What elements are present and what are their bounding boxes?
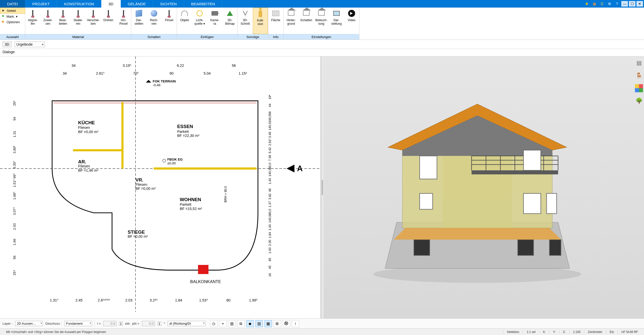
layers-icon[interactable]: ▤	[635, 59, 643, 67]
group-label-einfuegen: Einfügen	[177, 34, 237, 40]
tool-icon-3[interactable]: ☰	[599, 1, 605, 7]
ribbon-btn-schatten-2[interactable]: Pinsel	[162, 8, 177, 34]
ribbon-btn-label: Video	[348, 19, 355, 22]
geschoss-dropdown[interactable]: Fundament	[64, 321, 92, 326]
palette-icon[interactable]	[635, 84, 643, 92]
target-icon[interactable]: ⌖	[219, 320, 227, 327]
clock-icon[interactable]: ◷	[210, 320, 218, 327]
length-spinner[interactable]: ▲▼	[119, 322, 123, 326]
ribbon-btn-material-3[interactable]: Skalie-ren	[71, 8, 86, 34]
maximize-icon[interactable]: ☐	[629, 1, 635, 7]
ribbon-btn-material-1[interactable]: Zuwei-sen	[40, 8, 55, 34]
menu-tab-3d[interactable]: 3D	[101, 0, 120, 8]
ribbon-btn-material-4[interactable]: Verschie-ben	[86, 8, 101, 34]
direction-dropdown[interactable]: dl (Richtung/Di	[168, 321, 205, 326]
ribbon-btn-label: Rech-	[150, 19, 158, 22]
svg-text:BF =0,00 m²: BF =0,00 m²	[136, 187, 156, 191]
ribbon-btn-info-0[interactable]: Fläche	[268, 8, 283, 34]
ribbon-btn-schatten-0[interactable]: Dar-stellen	[131, 8, 146, 34]
menu-tab-datei[interactable]: DATEI	[0, 0, 25, 8]
ico-screen-icon	[332, 9, 341, 18]
terrain-dropdown[interactable]: Urgelände	[15, 42, 45, 47]
svg-rect-107	[524, 150, 541, 170]
snap3-icon[interactable]: ▦	[264, 320, 272, 327]
select-tool[interactable]: ➤ Selekt	[0, 8, 25, 14]
phi-spinner[interactable]: ▲▼	[158, 322, 161, 326]
svg-text:3.19⁵: 3.19⁵	[123, 64, 131, 68]
svg-text:9.42: 9.42	[268, 147, 272, 153]
ribbon-btn-einfuegen-0[interactable]: Objekt	[177, 8, 192, 34]
info-icon[interactable]: i	[292, 320, 299, 327]
mark-tool[interactable]: ⚑ Mark. ▾	[0, 14, 25, 19]
ribbon-btn-einfuegen-2[interactable]: Kame-ra	[207, 8, 222, 34]
flag-icon: ⚑	[2, 14, 6, 18]
ribbon-btn-einstellungen-4[interactable]: Video	[344, 8, 359, 34]
svg-text:1.84: 1.84	[175, 298, 182, 302]
snap1-icon[interactable]: ◆	[246, 320, 254, 327]
status-hint: Mit <Umschalt> und <Strg> können Sie die…	[3, 330, 110, 334]
status-scale: 1:100	[569, 330, 584, 334]
pane-splitter[interactable]	[321, 56, 324, 318]
phi-input[interactable]	[142, 321, 155, 326]
menu-tab-gelaende[interactable]: GELÄNDE	[121, 0, 153, 8]
snap2-icon[interactable]: ▧	[255, 320, 263, 327]
svg-text:BALKONKANTE: BALKONKANTE	[190, 279, 221, 284]
ribbon-btn-label2: quelle ▾	[194, 22, 205, 26]
ribbon-btn-einstellungen-3[interactable]: Dar-stellung	[329, 8, 344, 34]
ribbon-btn-material-0[interactable]: Abgrei-fen	[25, 8, 40, 34]
stack-icon[interactable]: ▥	[228, 320, 236, 327]
geschoss-label: Geschoss :	[45, 322, 62, 325]
options-tool[interactable]: ✚ Optionen	[0, 19, 25, 25]
gear-icon[interactable]: ⚙	[606, 1, 613, 7]
svg-text:34: 34	[72, 64, 76, 68]
svg-text:2.81⁵: 2.81⁵	[268, 138, 272, 146]
svg-text:Fliesen: Fliesen	[78, 164, 90, 168]
minimize-icon[interactable]: —	[621, 1, 628, 7]
svg-text:190,0: 190,0	[268, 115, 272, 123]
layer-dropdown[interactable]: 2D Aussen…	[15, 321, 43, 326]
ribbon-btn-label: Beleuch-	[315, 19, 327, 22]
layers2-icon[interactable]: ⧉	[237, 320, 245, 327]
ribbon-btn-einstellungen-2[interactable]: Beleuch-tung	[314, 8, 329, 34]
ribbon-group-info: Fläche Info	[268, 8, 284, 40]
svg-text:80: 80	[226, 298, 230, 302]
floorplan-viewport[interactable]: KÜCHE ESSEN AR. VR. WOHNEN STIEGE Fliese…	[0, 56, 321, 318]
main-split: KÜCHE ESSEN AR. VR. WOHNEN STIEGE Fliese…	[0, 56, 644, 318]
tool-icon-2[interactable]: ▦	[591, 1, 598, 7]
ribbon-group-schatten: Dar-stellenRech-nenPinsel Schatten	[131, 8, 177, 40]
snap-icons: ◷ ⌖ ▥ ⧉ ◆ ▧ ▦ ⊞ Ⓝ i	[210, 320, 299, 327]
ico-house-icon	[287, 9, 295, 18]
window-controls: ✖ ▦ ☰ ⚙ ? — ☐ ✕	[584, 0, 644, 8]
svg-text:94: 94	[13, 117, 16, 120]
svg-text:1.84: 1.84	[268, 232, 272, 238]
3d-viewport[interactable]: ▤ 🪑 🌳	[324, 56, 644, 318]
mode-indicator: 3D	[3, 42, 12, 47]
length-input[interactable]	[103, 321, 116, 326]
ribbon-btn-material-6[interactable]: Hin.Pinsel	[116, 8, 131, 34]
tool-icon-1[interactable]: ✖	[584, 1, 590, 7]
ribbon-btn-sonstige-0[interactable]: 3D-Schnitt	[238, 8, 253, 34]
menu-tab-projekt[interactable]: PROJEKT	[25, 0, 57, 8]
north-icon[interactable]: Ⓝ	[283, 320, 290, 327]
menu-tab-konstruktion[interactable]: KONSTRUKTION	[57, 0, 101, 8]
ribbon-btn-einfuegen-1[interactable]: Licht-quelle ▾	[192, 8, 207, 34]
ribbon-btn-schatten-1[interactable]: Rech-nen	[146, 8, 162, 34]
ribbon-btn-material-5[interactable]: Drehen	[101, 8, 116, 34]
svg-text:2.6⁵²⁵⁴⁵: 2.6⁵²⁵⁴⁵	[98, 298, 110, 302]
svg-text:BF =15,52 m²: BF =15,52 m²	[180, 207, 202, 211]
grid-icon[interactable]: ⊞	[273, 320, 281, 327]
ribbon-btn-einstellungen-1[interactable]: Schatten	[299, 8, 314, 34]
ribbon-btn-sonstige-1[interactable]: Kolli-sion	[253, 8, 268, 34]
close-icon[interactable]: ✕	[636, 1, 643, 7]
chair-icon[interactable]: 🪑	[635, 72, 643, 80]
menu-tab-bearbeiten[interactable]: BEARBEITEN	[184, 0, 222, 8]
svg-text:3.2⁴⁵: 3.2⁴⁵	[150, 298, 158, 302]
svg-text:1.51⁵ 99⁵: 1.51⁵ 99⁵	[13, 173, 16, 187]
ribbon-btn-einstellungen-0[interactable]: Hinter-grund	[284, 8, 299, 34]
tree-icon[interactable]: 🌳	[635, 97, 643, 105]
ribbon-btn-material-2[interactable]: Bear-beiten	[55, 8, 71, 34]
ribbon-btn-einfuegen-3[interactable]: 3D-Bitmap	[222, 8, 237, 34]
help-icon[interactable]: ?	[614, 1, 620, 7]
group-label-info: Info	[268, 34, 283, 40]
menu-tab-sichten[interactable]: SICHTEN	[153, 0, 184, 8]
